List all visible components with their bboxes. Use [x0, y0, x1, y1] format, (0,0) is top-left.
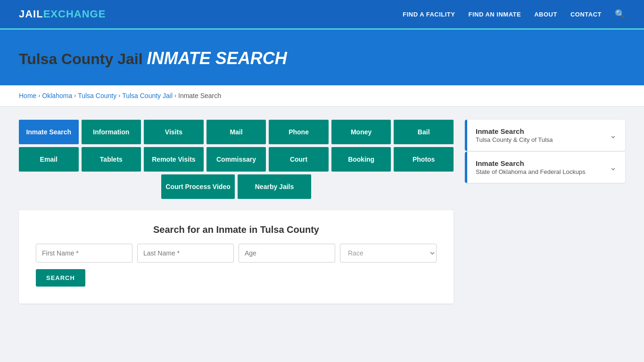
navbar: JAILEXCHANGE FIND A FACILITY FIND AN INM… — [0, 0, 644, 28]
sidebar-card-oklahoma-title: Inmate Search — [476, 159, 586, 167]
btn-commissary[interactable]: Commissary — [206, 147, 266, 172]
btn-court-process-video[interactable]: Court Process Video — [161, 174, 235, 199]
btn-information[interactable]: Information — [82, 120, 141, 144]
sidebar-card-tulsa-title: Inmate Search — [476, 127, 553, 135]
page-title: Tulsa County Jail INMATE SEARCH — [19, 49, 625, 68]
logo-exchange: EXCHANGE — [43, 8, 106, 20]
main-content: Inmate Search Information Visits Mail Ph… — [0, 107, 644, 317]
btn-inmate-search[interactable]: Inmate Search — [19, 120, 79, 144]
breadcrumb-bar: Home › Oklahoma › Tulsa County › Tulsa C… — [0, 85, 644, 107]
btn-court[interactable]: Court — [269, 147, 329, 172]
search-box-title: Search for an Inmate in Tulsa County — [36, 224, 437, 235]
breadcrumb-home[interactable]: Home — [19, 92, 36, 99]
search-fields: Race White Black Hispanic Asian Native A… — [36, 244, 437, 263]
logo-jail: JAIL — [19, 8, 43, 20]
race-select[interactable]: Race White Black Hispanic Asian Native A… — [340, 244, 437, 263]
sidebar-card-tulsa-header[interactable]: Inmate Search Tulsa County & City of Tul… — [465, 120, 625, 151]
sidebar-card-oklahoma-header[interactable]: Inmate Search State of Oklahoma and Fede… — [465, 152, 625, 183]
btn-money[interactable]: Money — [331, 120, 391, 144]
nav-about[interactable]: ABOUT — [534, 11, 557, 18]
btn-phone[interactable]: Phone — [269, 120, 329, 144]
hero-section: Tulsa County Jail INMATE SEARCH — [0, 30, 644, 85]
breadcrumb-tulsa-county[interactable]: Tulsa County — [78, 92, 116, 99]
last-name-input[interactable] — [137, 244, 234, 263]
btn-email[interactable]: Email — [19, 147, 79, 172]
nav-contact[interactable]: CONTACT — [570, 11, 602, 18]
breadcrumb-tulsa-county-jail[interactable]: Tulsa County Jail — [122, 92, 173, 99]
btn-nearby-jails[interactable]: Nearby Jails — [238, 174, 311, 199]
sidebar-card-oklahoma-text: Inmate Search State of Oklahoma and Fede… — [476, 159, 586, 175]
sidebar-card-oklahoma-subtitle: State of Oklahoma and Federal Lockups — [476, 168, 586, 175]
hero-title-main: Tulsa County Jail — [19, 50, 143, 67]
btn-mail[interactable]: Mail — [206, 120, 266, 144]
breadcrumb: Home › Oklahoma › Tulsa County › Tulsa C… — [19, 92, 625, 99]
nav-find-a-facility[interactable]: FIND A FACILITY — [403, 11, 455, 18]
breadcrumb-sep-0: › — [38, 92, 40, 99]
sidebar-card-oklahoma: Inmate Search State of Oklahoma and Fede… — [465, 152, 625, 183]
breadcrumb-sep-3: › — [174, 92, 176, 99]
btn-booking[interactable]: Booking — [331, 147, 391, 172]
breadcrumb-sep-1: › — [74, 92, 76, 99]
breadcrumb-sep-2: › — [118, 92, 120, 99]
chevron-down-icon: ⌄ — [610, 130, 617, 140]
nav-find-an-inmate[interactable]: FIND AN INMATE — [468, 11, 521, 18]
chevron-down-icon-2: ⌄ — [610, 162, 617, 173]
search-button[interactable]: SEARCH — [36, 269, 85, 287]
left-panel: Inmate Search Information Visits Mail Ph… — [19, 120, 454, 304]
right-panel: Inmate Search Tulsa County & City of Tul… — [465, 120, 625, 184]
hero-title-italic: INMATE SEARCH — [147, 49, 287, 68]
sidebar-card-tulsa-subtitle: Tulsa County & City of Tulsa — [476, 136, 553, 143]
breadcrumb-current: Inmate Search — [178, 92, 221, 99]
btn-bail[interactable]: Bail — [394, 120, 454, 144]
btn-tablets[interactable]: Tablets — [82, 147, 141, 172]
search-icon[interactable]: 🔍 — [615, 9, 625, 19]
btn-photos[interactable]: Photos — [394, 147, 454, 172]
sidebar-card-tulsa: Inmate Search Tulsa County & City of Tul… — [465, 120, 625, 151]
search-box: Search for an Inmate in Tulsa County Rac… — [19, 210, 454, 304]
sidebar-card-tulsa-text: Inmate Search Tulsa County & City of Tul… — [476, 127, 553, 143]
logo[interactable]: JAILEXCHANGE — [19, 8, 106, 20]
age-input[interactable] — [239, 244, 335, 263]
breadcrumb-oklahoma[interactable]: Oklahoma — [42, 92, 72, 99]
first-name-input[interactable] — [36, 244, 132, 263]
navbar-links: FIND A FACILITY FIND AN INMATE ABOUT CON… — [403, 9, 625, 19]
nav-buttons-row2: Email Tablets Remote Visits Commissary C… — [19, 147, 454, 172]
btn-visits[interactable]: Visits — [144, 120, 204, 144]
nav-buttons-row3: Court Process Video Nearby Jails — [19, 174, 454, 199]
btn-remote-visits[interactable]: Remote Visits — [144, 147, 204, 172]
nav-buttons-row1: Inmate Search Information Visits Mail Ph… — [19, 120, 454, 144]
